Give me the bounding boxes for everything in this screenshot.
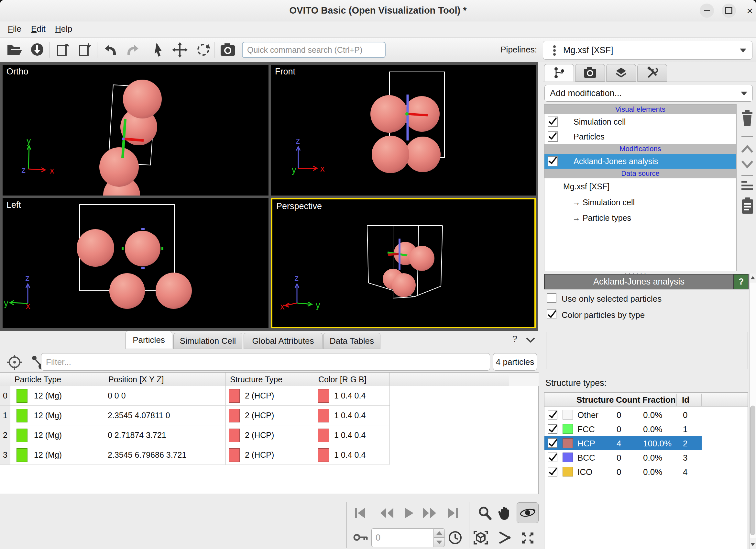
- collapse-panel-icon[interactable]: [525, 337, 536, 343]
- menu-file[interactable]: File: [8, 24, 21, 34]
- visibility-checkbox[interactable]: [548, 131, 558, 142]
- column-header[interactable]: Particle Type: [15, 375, 61, 384]
- pipeline-item-simulation-cell[interactable]: Simulation cell: [544, 114, 736, 129]
- scroll-up-icon[interactable]: [751, 276, 755, 280]
- open-file-icon[interactable]: [6, 43, 23, 57]
- skip-to-end-button[interactable]: [445, 507, 461, 520]
- tab-particles[interactable]: Particles: [126, 331, 172, 349]
- structure-color-swatch[interactable]: [563, 467, 573, 477]
- column-header[interactable]: Position [X Y Z]: [108, 375, 164, 384]
- zoom-scene-extents-icon[interactable]: [473, 530, 488, 545]
- structure-visible-checkbox[interactable]: [548, 467, 557, 477]
- undo-icon[interactable]: [103, 43, 118, 56]
- orbit-mode-button-active[interactable]: [517, 502, 539, 523]
- viewport-left[interactable]: z y x Left: [3, 198, 268, 328]
- structure-color-swatch[interactable]: [563, 453, 573, 462]
- pipeline-item-source-file[interactable]: Mg.xsf [XSF]: [544, 178, 736, 194]
- structure-row-other[interactable]: Other 0 0.0% 0: [544, 408, 748, 422]
- structure-row-ico[interactable]: ICO 0 0.0% 4: [544, 465, 748, 479]
- minimize-button[interactable]: [700, 4, 714, 18]
- viewport-label-front[interactable]: Front: [275, 67, 295, 77]
- viewport-label-ortho[interactable]: Ortho: [6, 67, 28, 77]
- crosshair-pick-icon[interactable]: [6, 354, 23, 370]
- toggle-modifier-list-icon[interactable]: [740, 180, 754, 192]
- pipeline-item-ackland-jones[interactable]: Ackland-Jones analysis: [544, 154, 736, 169]
- structure-row-fcc[interactable]: FCC 0 0.0% 1: [544, 422, 748, 436]
- next-frame-button[interactable]: [422, 507, 437, 520]
- select-mode-icon[interactable]: [151, 41, 166, 58]
- maximize-viewport-icon[interactable]: [520, 531, 535, 545]
- save-file-up-icon[interactable]: [56, 42, 71, 57]
- menu-help[interactable]: Help: [55, 24, 72, 34]
- pipeline-item-source-simulation-cell[interactable]: → Simulation cell: [544, 194, 736, 210]
- pipeline-item-particles[interactable]: Particles: [544, 129, 736, 144]
- column-header[interactable]: Structure Type: [230, 375, 282, 384]
- column-header[interactable]: Color [R G B]: [318, 375, 367, 384]
- tab-render[interactable]: [575, 64, 605, 82]
- previous-frame-button[interactable]: [379, 507, 395, 520]
- frame-spin-down[interactable]: [434, 538, 445, 547]
- tab-overlays[interactable]: [606, 64, 636, 82]
- viewport-label-perspective[interactable]: Perspective: [276, 201, 322, 211]
- animation-key-icon[interactable]: [353, 531, 368, 544]
- close-button[interactable]: ×: [743, 4, 756, 18]
- tab-simulation-cell[interactable]: Simulation Cell: [173, 333, 242, 349]
- structure-visible-checkbox[interactable]: [548, 453, 557, 462]
- tab-data-tables[interactable]: Data Tables: [323, 333, 380, 349]
- table-row[interactable]: 1 12 (Mg) 2.3545 4.07811 0 2 (HCP) 1 0.4…: [0, 406, 389, 425]
- table-row[interactable]: 0 12 (Mg) 0 0 0 2 (HCP) 1 0.4 0.4: [0, 386, 389, 406]
- copy-pipeline-clipboard-icon[interactable]: [741, 197, 754, 215]
- structure-row-hcp[interactable]: HCP 4 100.0% 2: [544, 436, 702, 450]
- filter-input[interactable]: [41, 353, 490, 371]
- structure-visible-checkbox[interactable]: [548, 424, 557, 434]
- modifier-title-bar[interactable]: Ackland-Jones analysis: [544, 274, 734, 290]
- move-modifier-up-icon[interactable]: [740, 144, 754, 154]
- tab-utilities[interactable]: [637, 64, 667, 82]
- structure-visible-checkbox[interactable]: [548, 410, 557, 420]
- render-camera-icon[interactable]: [220, 43, 236, 56]
- inspector-help-button[interactable]: ?: [512, 334, 517, 344]
- structure-row-bcc[interactable]: BCC 0 0.0% 3: [544, 450, 748, 465]
- scroll-down-icon[interactable]: [751, 543, 755, 546]
- save-file-down-icon[interactable]: [78, 42, 93, 57]
- frame-spinbox[interactable]: 0: [371, 528, 434, 547]
- pipeline-selector[interactable]: Mg.xsf [XSF]: [543, 41, 752, 60]
- modifier-help-button[interactable]: ?: [734, 274, 749, 290]
- tab-pipeline[interactable]: [544, 64, 574, 82]
- menu-edit[interactable]: Edit: [31, 24, 46, 34]
- move-modifier-down-icon[interactable]: [740, 159, 754, 169]
- quick-command-search-input[interactable]: [242, 42, 386, 58]
- field-of-view-icon[interactable]: [498, 531, 512, 544]
- animation-settings-clock-icon[interactable]: [448, 530, 463, 545]
- enabled-checkbox[interactable]: [548, 156, 558, 166]
- import-remote-file-icon[interactable]: [30, 42, 45, 57]
- visibility-checkbox[interactable]: [548, 116, 558, 127]
- color-particles-by-type-checkbox[interactable]: [547, 310, 556, 319]
- scrollbar-thumb[interactable]: [750, 406, 755, 535]
- structure-visible-checkbox[interactable]: [548, 438, 557, 448]
- tab-global-attributes[interactable]: Global Attributes: [244, 333, 323, 349]
- table-row[interactable]: 2 12 (Mg) 0 2.71874 3.721 2 (HCP) 1 0.4 …: [0, 426, 389, 445]
- add-modification-dropdown[interactable]: Add modification...: [544, 85, 753, 102]
- structure-color-swatch[interactable]: [563, 424, 573, 434]
- table-row[interactable]: 3 12 (Mg) 2.3545 6.79686 3.721 2 (HCP) 1…: [0, 445, 389, 465]
- play-button[interactable]: [402, 507, 415, 520]
- viewport-label-left[interactable]: Left: [6, 200, 21, 210]
- skip-to-start-button[interactable]: [353, 507, 368, 520]
- move-mode-icon[interactable]: [172, 42, 188, 58]
- viewport-ortho[interactable]: y x z Ortho: [3, 65, 268, 195]
- viewport-perspective[interactable]: z x y Perspective: [271, 198, 536, 328]
- structure-color-swatch[interactable]: [563, 438, 573, 448]
- use-only-selected-checkbox[interactable]: [547, 293, 556, 303]
- modifier-panel-scrollbar[interactable]: [749, 273, 756, 549]
- redo-icon[interactable]: [125, 43, 140, 56]
- delete-modifier-trash-icon[interactable]: [740, 109, 754, 127]
- viewport-front[interactable]: z x y Front: [271, 65, 536, 195]
- pipeline-item-source-particle-types[interactable]: → Particle types: [544, 210, 736, 225]
- rotate-mode-icon[interactable]: [195, 42, 211, 58]
- frame-spin-up[interactable]: [434, 528, 445, 538]
- zoom-mode-icon[interactable]: [477, 506, 492, 521]
- structure-color-swatch[interactable]: [563, 410, 573, 420]
- maximize-button[interactable]: [722, 4, 736, 18]
- pan-mode-hand-icon[interactable]: [497, 505, 512, 522]
